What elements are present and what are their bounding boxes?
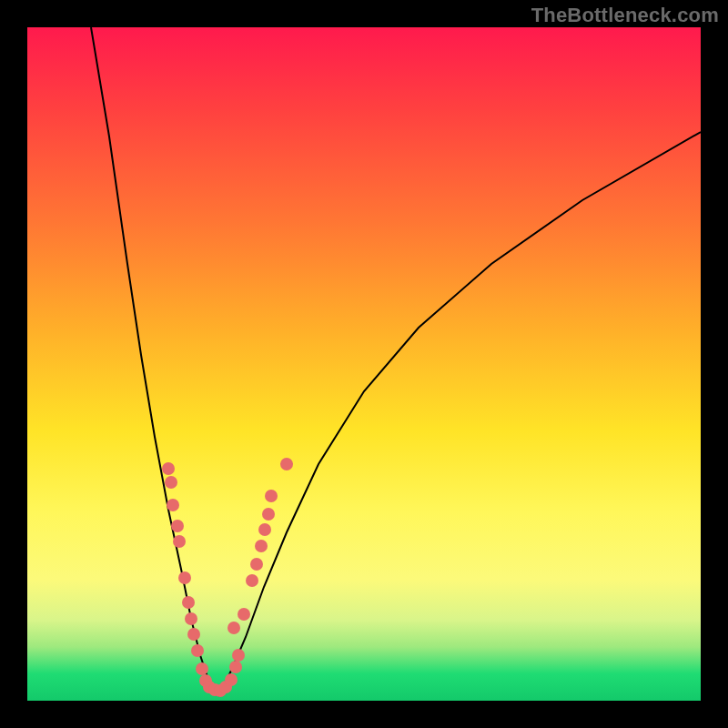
- scatter-point: [229, 661, 242, 673]
- scatter-point: [171, 520, 184, 532]
- curve-lines: [91, 27, 701, 696]
- scatter-point: [178, 571, 191, 584]
- scatter-points: [162, 458, 293, 697]
- scatter-point: [246, 574, 258, 587]
- scatter-point: [258, 523, 271, 536]
- chart-svg: [27, 27, 701, 701]
- scatter-point: [228, 622, 240, 634]
- scatter-point: [191, 644, 204, 657]
- scatter-point: [255, 540, 268, 552]
- scatter-point: [185, 612, 197, 625]
- scatter-point: [262, 508, 275, 521]
- scatter-point: [187, 628, 200, 641]
- watermark-text: TheBottleneck.com: [531, 4, 719, 27]
- scatter-point: [225, 673, 238, 686]
- scatter-point: [265, 490, 278, 502]
- scatter-point: [238, 608, 250, 621]
- curve-left-branch: [91, 27, 218, 694]
- scatter-point: [232, 649, 245, 662]
- scatter-point: [167, 499, 179, 511]
- scatter-point: [196, 662, 208, 675]
- chart-frame: TheBottleneck.com: [0, 0, 728, 728]
- scatter-point: [173, 535, 186, 548]
- scatter-point: [165, 476, 177, 489]
- scatter-point: [250, 558, 263, 571]
- scatter-point: [280, 458, 293, 470]
- plot-area: [27, 27, 701, 701]
- scatter-point: [162, 462, 175, 475]
- curve-right-branch: [218, 132, 701, 696]
- scatter-point: [182, 596, 195, 609]
